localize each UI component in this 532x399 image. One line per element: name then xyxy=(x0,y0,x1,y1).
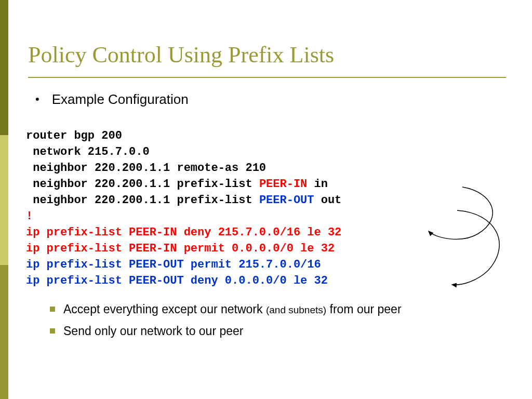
left-stripe-mid xyxy=(0,135,8,265)
code-line-red: ip prefix-list PEER-IN deny 215.7.0.0/16… xyxy=(26,226,341,239)
note-text: Accept everything except our network (an… xyxy=(63,301,402,318)
square-bullet-icon xyxy=(50,307,55,312)
subtitle-text: Example Configuration xyxy=(52,91,189,108)
code-line-blue: ip prefix-list PEER-OUT permit 215.7.0.0… xyxy=(26,258,321,271)
left-stripe-light xyxy=(0,265,8,399)
note-item: Accept everything except our network (an… xyxy=(50,301,476,318)
code-line-red: ip prefix-list PEER-IN permit 0.0.0.0/0 … xyxy=(26,242,335,255)
bullet-dot-icon: • xyxy=(35,91,39,107)
note-text-paren: (and subnets) xyxy=(266,304,326,315)
code-line: in xyxy=(307,178,328,191)
notes-list: Accept everything except our network (an… xyxy=(50,301,476,344)
note-text-part: Accept everything except our network xyxy=(63,302,266,316)
peer-out-keyword: PEER-OUT xyxy=(259,194,314,207)
code-line: router bgp 200 xyxy=(26,129,122,142)
code-line: ! xyxy=(26,210,33,223)
code-line-blue: ip prefix-list PEER-OUT deny 0.0.0.0/0 l… xyxy=(26,274,328,287)
code-line: network 215.7.0.0 xyxy=(26,145,150,158)
subtitle-bullet: • Example Configuration xyxy=(35,91,189,108)
code-line: neighbor 220.200.1.1 prefix-list xyxy=(26,194,259,207)
left-stripe-dark xyxy=(0,0,8,135)
note-text-part: from our peer xyxy=(326,302,401,316)
slide: Policy Control Using Prefix Lists • Exam… xyxy=(0,0,532,399)
square-bullet-icon xyxy=(50,328,55,334)
code-line: neighbor 220.200.1.1 prefix-list xyxy=(26,178,259,191)
slide-title: Policy Control Using Prefix Lists xyxy=(28,42,334,68)
title-underline xyxy=(28,77,506,78)
arrows-annotation-icon xyxy=(400,182,514,296)
code-line: out xyxy=(314,194,342,207)
code-line: neighbor 220.200.1.1 remote-as 210 xyxy=(26,162,266,175)
config-code-block: router bgp 200 network 215.7.0.0 neighbo… xyxy=(26,128,341,289)
peer-in-keyword: PEER-IN xyxy=(259,178,307,191)
note-item: Send only our network to our peer xyxy=(50,323,476,339)
note-text: Send only our network to our peer xyxy=(63,323,243,339)
